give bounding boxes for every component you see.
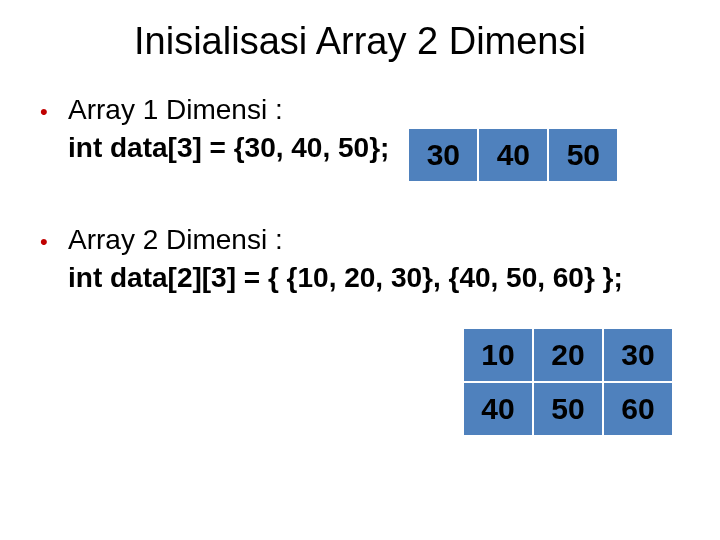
- array-cell: 40: [463, 382, 533, 436]
- bullet-2: • Array 2 Dimensi : int data[2][3] = { {…: [40, 221, 680, 297]
- array-cell: 10: [463, 328, 533, 382]
- bullet-marker-icon: •: [40, 227, 54, 257]
- array-cell: 30: [408, 128, 478, 182]
- bullet-marker-icon: •: [40, 97, 54, 127]
- table-row: 10 20 30: [463, 328, 673, 382]
- array-cell: 30: [603, 328, 673, 382]
- bullet-1-heading: Array 1 Dimensi :: [68, 91, 389, 129]
- array-cell: 20: [533, 328, 603, 382]
- array-cell: 50: [548, 128, 618, 182]
- array-1d-table: 30 40 50: [407, 127, 619, 183]
- bullet-1: • Array 1 Dimensi : int data[3] = {30, 4…: [40, 91, 680, 183]
- slide: Inisialisasi Array 2 Dimensi • Array 1 D…: [0, 0, 720, 540]
- table-row: 40 50 60: [463, 382, 673, 436]
- array-cell: 40: [478, 128, 548, 182]
- bullet-1-code: int data[3] = {30, 40, 50};: [68, 129, 389, 167]
- array-2d-table: 10 20 30 40 50 60: [462, 327, 674, 437]
- slide-title: Inisialisasi Array 2 Dimensi: [40, 20, 680, 63]
- bullet-2-code: int data[2][3] = { {10, 20, 30}, {40, 50…: [68, 259, 680, 297]
- array-cell: 50: [533, 382, 603, 436]
- table-row: 30 40 50: [408, 128, 618, 182]
- bullet-2-heading: Array 2 Dimensi :: [68, 221, 680, 259]
- array-cell: 60: [603, 382, 673, 436]
